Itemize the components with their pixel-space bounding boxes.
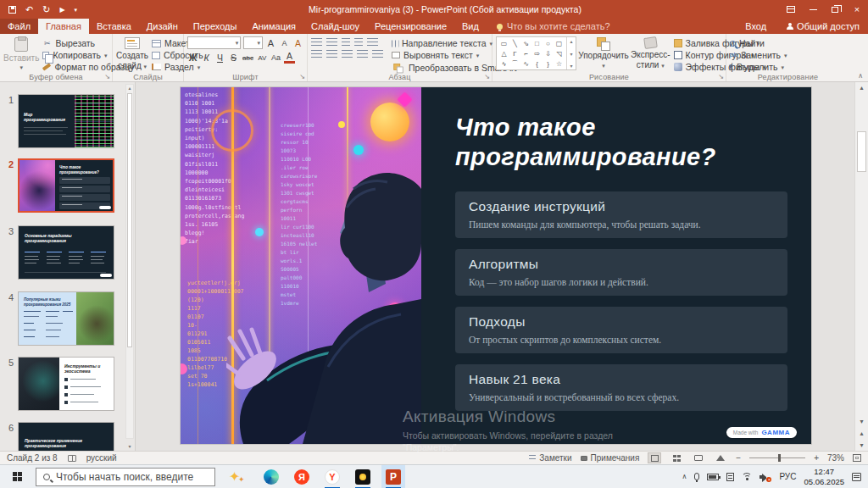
thumbnail-slide-1[interactable]: Мир программирования xyxy=(18,94,114,148)
clipboard-dialog-launcher-icon[interactable]: ↘ xyxy=(104,74,110,80)
slide-title[interactable]: Что такоепрограммирование? xyxy=(455,113,784,173)
shape-scribble-icon[interactable]: ϟ xyxy=(502,60,505,68)
shape-oval-icon[interactable]: ○ xyxy=(546,40,550,47)
shape-rectangle-icon[interactable]: □ xyxy=(535,40,539,47)
bold-button[interactable]: Ж xyxy=(187,52,198,64)
shapes-more-icon[interactable]: ▾ xyxy=(570,63,572,69)
font-name-combo[interactable]: ▾ xyxy=(187,36,241,49)
new-slide-button[interactable]: Создатьслайд ▾ xyxy=(116,36,148,70)
thumbnail-slide-6[interactable]: Практическое применение программирования xyxy=(18,422,114,451)
shapes-scroll-down-icon[interactable]: ▾ xyxy=(570,51,572,57)
microphone-icon[interactable] xyxy=(694,473,699,480)
select-button[interactable]: Выделить▾ xyxy=(730,62,787,72)
font-size-combo[interactable]: ▾ xyxy=(243,36,263,49)
next-slide-up-icon[interactable]: ▴ xyxy=(855,430,868,437)
align-right-icon[interactable] xyxy=(342,50,353,58)
shape-arrow-right-icon[interactable]: ⇨ xyxy=(534,50,540,58)
thumbnail-scrollbar[interactable]: ▴ xyxy=(125,84,134,439)
spell-check-icon[interactable] xyxy=(68,455,76,462)
line-spacing-icon[interactable] xyxy=(367,38,378,46)
increase-indent-icon[interactable] xyxy=(354,38,363,46)
card-algorithms[interactable]: Алгоритмы Код — это набор шагов логики и… xyxy=(455,249,787,296)
restore-button[interactable] xyxy=(824,0,846,19)
dark-app-taskbar-icon[interactable] xyxy=(351,465,375,488)
normal-view-button[interactable] xyxy=(648,452,661,463)
tab-design[interactable]: Дизайн xyxy=(139,19,186,34)
minimize-button[interactable] xyxy=(802,0,824,19)
shape-triangle-icon[interactable]: △ xyxy=(501,50,506,58)
slide-scrollbar[interactable]: ▴ ▾ ▴ ▾ xyxy=(854,82,868,451)
columns-icon[interactable] xyxy=(372,50,383,58)
bullets-icon[interactable] xyxy=(311,38,322,46)
shape-line-icon[interactable]: ╲ xyxy=(513,40,517,47)
copilot-sparkle-icon[interactable]: ✦ ✦ xyxy=(224,469,246,485)
card-21st-century-skill[interactable]: Навык 21 века Универсальный и востребова… xyxy=(455,364,787,411)
action-center-icon[interactable] xyxy=(852,473,861,481)
undo-icon[interactable]: ↶ xyxy=(25,4,33,15)
italic-button[interactable]: К xyxy=(201,52,212,64)
card-creating-instructions[interactable]: Создание инструкций Пишем команды для ко… xyxy=(455,191,787,238)
shape-arrow-down-icon[interactable]: ⇩ xyxy=(545,50,551,58)
qat-customize-icon[interactable]: ▾ xyxy=(75,7,78,13)
drawing-dialog-launcher-icon[interactable]: ↘ xyxy=(718,74,724,80)
shape-brace-right-icon[interactable]: } xyxy=(547,60,549,68)
language-indicator[interactable]: русский xyxy=(86,453,117,463)
shapes-gallery[interactable]: ▭ ╲ ⇘ □ ○ ▢ △ Γ ⌐ ⇨ ⇩ ◹ ϟ ⌒ ∿ { } xyxy=(496,36,576,70)
previous-slide-icon[interactable]: ▾ xyxy=(855,418,868,425)
arrange-button[interactable]: Упорядочить ▾ xyxy=(580,36,627,70)
tab-file[interactable]: Файл xyxy=(0,19,38,34)
shape-arrow-line-icon[interactable]: ⇘ xyxy=(523,40,529,47)
tab-insert[interactable]: Вставка xyxy=(89,19,139,34)
align-left-icon[interactable] xyxy=(311,50,322,58)
paste-button[interactable]: Вставить ▾ xyxy=(3,36,39,70)
justify-icon[interactable] xyxy=(357,50,368,58)
tray-app-icon[interactable] xyxy=(726,473,734,481)
shape-snip-icon[interactable]: ◹ xyxy=(556,50,561,58)
shape-curve-icon[interactable]: ∿ xyxy=(523,60,529,68)
collapse-ribbon-icon[interactable]: ∧ xyxy=(858,72,863,80)
tab-view[interactable]: Вид xyxy=(454,19,487,34)
font-color-button[interactable]: А xyxy=(284,52,295,64)
zoom-in-button[interactable]: + xyxy=(814,453,819,463)
zoom-slider[interactable] xyxy=(749,458,805,458)
decrease-indent-icon[interactable] xyxy=(342,38,350,46)
gamma-badge[interactable]: Made with GAMMA xyxy=(726,427,797,438)
reading-view-button[interactable] xyxy=(692,452,705,463)
align-center-icon[interactable] xyxy=(326,50,337,58)
sign-in-button[interactable]: Вход xyxy=(733,19,778,34)
thumbnail-slide-4[interactable]: Популярные языки программирования 2025 xyxy=(18,291,114,346)
notes-button[interactable]: Заметки xyxy=(529,453,571,463)
clear-formatting-button[interactable]: А xyxy=(292,37,303,49)
tab-review[interactable]: Рецензирование xyxy=(367,19,454,34)
edge-taskbar-icon[interactable] xyxy=(259,465,283,488)
volume-muted-icon[interactable]: × xyxy=(760,473,771,481)
thumbnail-slide-3[interactable]: Основные парадигмы программирования xyxy=(18,225,114,280)
text-shadow-button[interactable]: S xyxy=(228,52,239,64)
strikethrough-button[interactable]: abc xyxy=(242,52,254,64)
paragraph-dialog-launcher-icon[interactable]: ↘ xyxy=(484,74,490,80)
thumbnail-slide-2-selected[interactable]: Что такое программирование? xyxy=(18,158,114,213)
hidden-icons-chevron[interactable]: ∧ xyxy=(682,473,687,480)
save-icon[interactable] xyxy=(8,6,16,14)
thumbnail-slide-5[interactable]: Инструменты и экосистема xyxy=(18,357,114,411)
next-slide-icon[interactable]: ▾ xyxy=(855,441,868,449)
battery-icon[interactable] xyxy=(707,474,719,480)
taskbar-search-box[interactable]: Чтобы начать поиск, введите xyxy=(36,468,215,486)
shapes-scroll-up-icon[interactable]: ▴ xyxy=(570,38,572,44)
tab-transitions[interactable]: Переходы xyxy=(186,19,245,34)
wifi-icon[interactable] xyxy=(742,473,752,480)
find-button[interactable]: Найти xyxy=(730,38,787,48)
keyboard-language[interactable]: РУС xyxy=(779,472,796,481)
shape-brace-left-icon[interactable]: { xyxy=(536,60,538,68)
underline-button[interactable]: Ч xyxy=(214,52,225,64)
taskbar-clock[interactable]: 12:4705.06.2025 xyxy=(804,467,844,486)
slide-sorter-view-button[interactable] xyxy=(670,452,683,463)
quick-styles-button[interactable]: Экспресс-стили ▾ xyxy=(631,36,670,70)
shrink-font-button[interactable]: А xyxy=(279,37,290,49)
shape-rounded-rectangle-icon[interactable]: ▢ xyxy=(556,40,563,47)
zoom-out-button[interactable]: − xyxy=(736,453,741,463)
tab-slideshow[interactable]: Слайд-шоу xyxy=(303,19,367,34)
shape-elbow-icon[interactable]: Γ xyxy=(513,50,516,58)
thumbnail-scroll-up-icon[interactable]: ▴ xyxy=(126,85,133,91)
thumbnail-scrollbar-thumb[interactable] xyxy=(127,93,132,347)
